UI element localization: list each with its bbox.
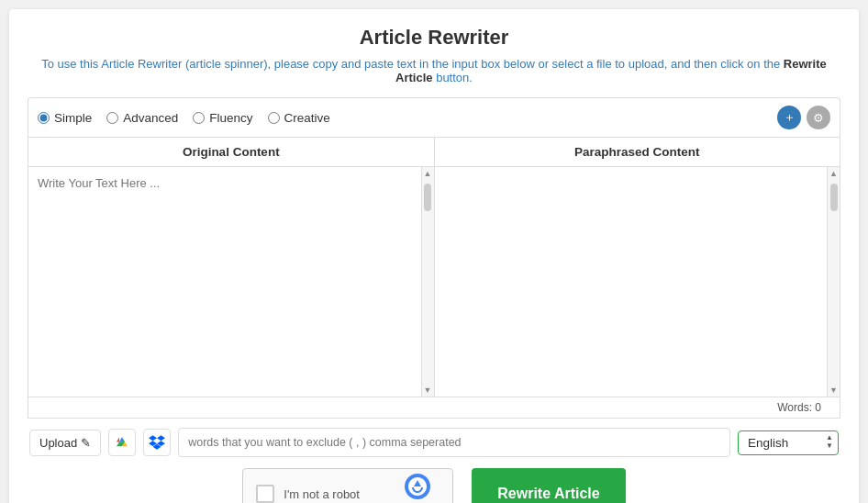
dropbox-button[interactable]: [143, 429, 171, 456]
mode-simple-radio[interactable]: [38, 112, 50, 124]
captcha-rewrite-row: I'm not a robot reCAPTCHA Privacy - Term…: [28, 468, 840, 503]
bottom-toolbar: Upload ✎ English Spanish French: [28, 428, 840, 457]
dropbox-icon-svg: [149, 435, 165, 450]
original-textarea[interactable]: [28, 167, 434, 397]
mode-icons: ＋ ⚙: [777, 106, 830, 129]
paraphrased-content: [435, 167, 840, 397]
original-scrollbar[interactable]: ▲ ▼: [421, 167, 434, 397]
recaptcha-logo: [403, 472, 432, 501]
mode-advanced-radio[interactable]: [106, 112, 118, 124]
para-scroll-track: [828, 180, 840, 384]
google-drive-button[interactable]: [108, 429, 136, 456]
mode-fluency[interactable]: Fluency: [193, 111, 252, 125]
captcha-right: reCAPTCHA Privacy - Terms: [395, 472, 440, 503]
original-panel: Original Content ▲ ▼: [28, 138, 434, 397]
upload-label: Upload: [39, 436, 77, 450]
paraphrased-header: Paraphrased Content: [435, 138, 840, 167]
para-scroll-down-arrow[interactable]: ▼: [828, 384, 840, 397]
scroll-down-arrow[interactable]: ▼: [422, 384, 434, 397]
subtitle: To use this Article Rewriter (article sp…: [28, 57, 840, 84]
mode-simple[interactable]: Simple: [38, 111, 92, 125]
mode-row: Simple Advanced Fluency Creative ＋ ⚙: [28, 97, 840, 137]
settings-icon-button[interactable]: ⚙: [807, 106, 830, 129]
exclude-words-input[interactable]: [178, 428, 730, 457]
captcha-box: I'm not a robot reCAPTCHA Privacy - Term…: [242, 468, 453, 503]
content-area: Original Content ▲ ▼ Paraphrased Content: [28, 137, 840, 397]
mode-advanced[interactable]: Advanced: [106, 111, 178, 125]
words-count: Words: 0: [28, 397, 840, 419]
main-container: Article Rewriter To use this Article Rew…: [9, 9, 859, 503]
paraphrased-scrollbar[interactable]: ▲ ▼: [827, 167, 840, 397]
captcha-checkbox[interactable]: [256, 485, 274, 503]
language-select[interactable]: English Spanish French German Italian Po…: [738, 430, 839, 455]
scroll-track: [422, 180, 434, 384]
google-icon-svg: [114, 434, 130, 451]
pencil-icon: ✎: [81, 436, 91, 450]
captcha-label: I'm not a robot: [284, 487, 360, 501]
scroll-up-arrow[interactable]: ▲: [422, 167, 434, 180]
paraphrased-body: ▲ ▼: [435, 167, 840, 397]
language-select-wrapper: English Spanish French German Italian Po…: [738, 430, 839, 455]
plus-icon: ＋: [784, 109, 796, 126]
mode-creative-radio[interactable]: [268, 112, 280, 124]
para-scroll-thumb: [830, 184, 838, 211]
settings-icon: ⚙: [813, 111, 824, 125]
page-title: Article Rewriter: [28, 26, 840, 50]
mode-creative[interactable]: Creative: [268, 111, 330, 125]
mode-fluency-radio[interactable]: [193, 112, 205, 124]
add-icon-button[interactable]: ＋: [777, 106, 801, 129]
upload-button[interactable]: Upload ✎: [29, 430, 101, 456]
scroll-thumb: [424, 184, 431, 211]
para-scroll-up-arrow[interactable]: ▲: [828, 167, 840, 180]
original-header: Original Content: [28, 138, 434, 167]
original-body: ▲ ▼: [28, 167, 434, 397]
paraphrased-panel: Paraphrased Content ▲ ▼: [435, 138, 840, 397]
captcha-left: I'm not a robot: [256, 485, 360, 503]
rewrite-article-button[interactable]: Rewrite Article: [472, 468, 625, 503]
mode-options: Simple Advanced Fluency Creative: [38, 111, 330, 125]
